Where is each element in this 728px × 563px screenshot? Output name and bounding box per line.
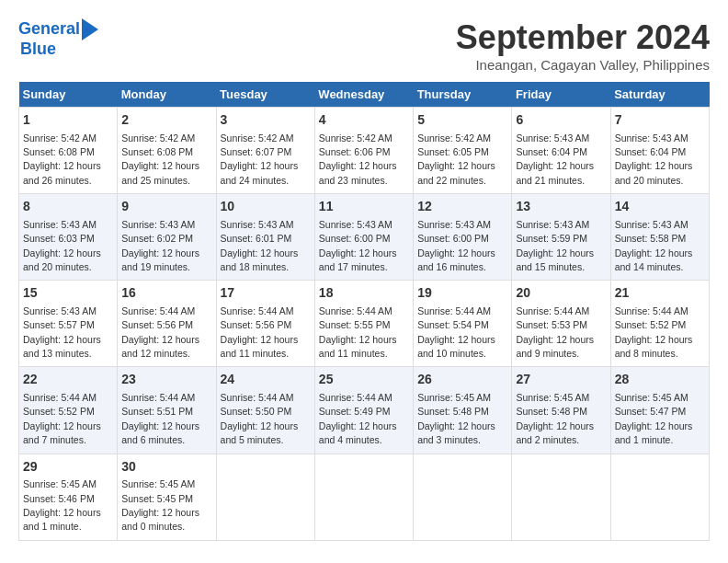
day-number: 1	[23, 111, 113, 130]
calendar-cell: 8Sunrise: 5:43 AM Sunset: 6:03 PM Daylig…	[19, 194, 118, 281]
day-info: Sunrise: 5:44 AM Sunset: 5:51 PM Dayligh…	[121, 392, 199, 445]
day-info: Sunrise: 5:45 AM Sunset: 5:47 PM Dayligh…	[615, 392, 693, 445]
calendar-cell: 9Sunrise: 5:43 AM Sunset: 6:02 PM Daylig…	[118, 194, 216, 281]
day-info: Sunrise: 5:42 AM Sunset: 6:05 PM Dayligh…	[417, 132, 495, 186]
day-number: 25	[319, 371, 409, 389]
day-number: 23	[121, 371, 211, 389]
calendar-cell: 4Sunrise: 5:42 AM Sunset: 6:06 PM Daylig…	[314, 108, 413, 194]
day-number: 17	[221, 284, 311, 303]
calendar-cell	[314, 454, 413, 540]
day-number: 24	[221, 371, 311, 389]
day-number: 10	[221, 198, 311, 216]
day-number: 27	[516, 371, 606, 389]
calendar-cell: 21Sunrise: 5:44 AM Sunset: 5:52 PM Dayli…	[610, 281, 709, 367]
day-number: 30	[121, 458, 211, 477]
calendar-cell	[414, 454, 512, 540]
day-number: 9	[121, 198, 211, 216]
day-info: Sunrise: 5:43 AM Sunset: 6:01 PM Dayligh…	[221, 219, 299, 272]
calendar-cell: 28Sunrise: 5:45 AM Sunset: 5:47 PM Dayli…	[610, 367, 709, 454]
calendar-cell: 13Sunrise: 5:43 AM Sunset: 5:59 PM Dayli…	[512, 194, 610, 281]
calendar-cell: 15Sunrise: 5:43 AM Sunset: 5:57 PM Dayli…	[19, 281, 118, 367]
calendar-cell: 6Sunrise: 5:43 AM Sunset: 6:04 PM Daylig…	[512, 108, 610, 194]
calendar-week-row: 22Sunrise: 5:44 AM Sunset: 5:52 PM Dayli…	[19, 367, 710, 454]
day-number: 12	[417, 198, 507, 216]
day-header-thursday: Thursday	[414, 82, 512, 108]
day-number: 22	[23, 371, 113, 389]
day-info: Sunrise: 5:44 AM Sunset: 5:55 PM Dayligh…	[319, 305, 397, 359]
day-number: 3	[221, 111, 311, 130]
day-number: 11	[319, 198, 409, 216]
calendar-cell: 24Sunrise: 5:44 AM Sunset: 5:50 PM Dayli…	[216, 367, 314, 454]
calendar-cell: 30Sunrise: 5:45 AM Sunset: 5:45 PM Dayli…	[118, 454, 216, 540]
location-title: Ineangan, Cagayan Valley, Philippines	[456, 57, 710, 73]
day-header-wednesday: Wednesday	[314, 82, 413, 108]
day-info: Sunrise: 5:44 AM Sunset: 5:52 PM Dayligh…	[615, 305, 693, 359]
calendar-cell: 23Sunrise: 5:44 AM Sunset: 5:51 PM Dayli…	[118, 367, 216, 454]
day-info: Sunrise: 5:43 AM Sunset: 6:00 PM Dayligh…	[319, 219, 397, 272]
day-header-monday: Monday	[118, 82, 216, 108]
day-info: Sunrise: 5:43 AM Sunset: 5:57 PM Dayligh…	[23, 305, 101, 359]
month-title: September 2024	[456, 18, 710, 57]
day-info: Sunrise: 5:42 AM Sunset: 6:08 PM Dayligh…	[23, 132, 101, 186]
calendar-cell: 19Sunrise: 5:44 AM Sunset: 5:54 PM Dayli…	[414, 281, 512, 367]
day-number: 28	[615, 371, 705, 389]
calendar-cell: 22Sunrise: 5:44 AM Sunset: 5:52 PM Dayli…	[19, 367, 118, 454]
calendar-cell: 7Sunrise: 5:43 AM Sunset: 6:04 PM Daylig…	[610, 108, 709, 194]
calendar-cell: 20Sunrise: 5:44 AM Sunset: 5:53 PM Dayli…	[512, 281, 610, 367]
day-info: Sunrise: 5:45 AM Sunset: 5:48 PM Dayligh…	[417, 392, 495, 445]
title-section: September 2024 Ineangan, Cagayan Valley,…	[456, 18, 710, 73]
day-number: 15	[23, 284, 113, 303]
calendar-cell: 10Sunrise: 5:43 AM Sunset: 6:01 PM Dayli…	[216, 194, 314, 281]
day-info: Sunrise: 5:42 AM Sunset: 6:08 PM Dayligh…	[121, 132, 199, 186]
day-number: 5	[417, 111, 507, 130]
calendar-cell: 17Sunrise: 5:44 AM Sunset: 5:56 PM Dayli…	[216, 281, 314, 367]
day-number: 18	[319, 284, 409, 303]
calendar-week-row: 29Sunrise: 5:45 AM Sunset: 5:46 PM Dayli…	[19, 454, 710, 540]
day-header-friday: Friday	[512, 82, 610, 108]
logo-text: General	[18, 20, 80, 39]
calendar-cell	[610, 454, 709, 540]
calendar-week-row: 8Sunrise: 5:43 AM Sunset: 6:03 PM Daylig…	[19, 194, 710, 281]
day-info: Sunrise: 5:44 AM Sunset: 5:56 PM Dayligh…	[221, 305, 299, 359]
day-info: Sunrise: 5:44 AM Sunset: 5:56 PM Dayligh…	[121, 305, 199, 359]
calendar-cell: 29Sunrise: 5:45 AM Sunset: 5:46 PM Dayli…	[19, 454, 118, 540]
calendar-week-row: 1Sunrise: 5:42 AM Sunset: 6:08 PM Daylig…	[19, 108, 710, 194]
day-info: Sunrise: 5:42 AM Sunset: 6:07 PM Dayligh…	[221, 132, 299, 186]
calendar-cell: 3Sunrise: 5:42 AM Sunset: 6:07 PM Daylig…	[216, 108, 314, 194]
calendar-cell: 1Sunrise: 5:42 AM Sunset: 6:08 PM Daylig…	[19, 108, 118, 194]
day-header-sunday: Sunday	[19, 82, 118, 108]
day-number: 8	[23, 198, 113, 216]
day-info: Sunrise: 5:43 AM Sunset: 6:03 PM Dayligh…	[23, 219, 101, 272]
day-info: Sunrise: 5:43 AM Sunset: 6:02 PM Dayligh…	[121, 219, 199, 272]
calendar-cell: 18Sunrise: 5:44 AM Sunset: 5:55 PM Dayli…	[314, 281, 413, 367]
day-info: Sunrise: 5:44 AM Sunset: 5:54 PM Dayligh…	[417, 305, 495, 359]
logo-text-blue: Blue	[20, 40, 56, 59]
calendar-cell: 16Sunrise: 5:44 AM Sunset: 5:56 PM Dayli…	[118, 281, 216, 367]
day-info: Sunrise: 5:44 AM Sunset: 5:49 PM Dayligh…	[319, 392, 397, 445]
day-info: Sunrise: 5:43 AM Sunset: 6:04 PM Dayligh…	[516, 132, 594, 186]
calendar-cell: 5Sunrise: 5:42 AM Sunset: 6:05 PM Daylig…	[414, 108, 512, 194]
calendar-cell	[512, 454, 610, 540]
day-number: 19	[417, 284, 507, 303]
header: General Blue September 2024 Ineangan, Ca…	[18, 18, 710, 73]
day-info: Sunrise: 5:45 AM Sunset: 5:48 PM Dayligh…	[516, 392, 594, 445]
day-number: 13	[516, 198, 606, 216]
day-number: 16	[121, 284, 211, 303]
day-number: 6	[516, 111, 606, 130]
day-info: Sunrise: 5:44 AM Sunset: 5:52 PM Dayligh…	[23, 392, 101, 445]
calendar-week-row: 15Sunrise: 5:43 AM Sunset: 5:57 PM Dayli…	[19, 281, 710, 367]
logo-arrow-icon	[82, 18, 98, 40]
day-header-tuesday: Tuesday	[216, 82, 314, 108]
day-info: Sunrise: 5:43 AM Sunset: 6:00 PM Dayligh…	[417, 219, 495, 272]
day-info: Sunrise: 5:43 AM Sunset: 6:04 PM Dayligh…	[615, 132, 693, 186]
day-number: 7	[615, 111, 705, 130]
calendar-cell: 12Sunrise: 5:43 AM Sunset: 6:00 PM Dayli…	[414, 194, 512, 281]
calendar-table: SundayMondayTuesdayWednesdayThursdayFrid…	[18, 82, 710, 541]
day-info: Sunrise: 5:43 AM Sunset: 5:59 PM Dayligh…	[516, 219, 594, 272]
calendar-cell: 2Sunrise: 5:42 AM Sunset: 6:08 PM Daylig…	[118, 108, 216, 194]
day-number: 2	[121, 111, 211, 130]
calendar-cell: 27Sunrise: 5:45 AM Sunset: 5:48 PM Dayli…	[512, 367, 610, 454]
day-info: Sunrise: 5:44 AM Sunset: 5:50 PM Dayligh…	[221, 392, 299, 445]
calendar-cell: 14Sunrise: 5:43 AM Sunset: 5:58 PM Dayli…	[610, 194, 709, 281]
calendar-cell: 25Sunrise: 5:44 AM Sunset: 5:49 PM Dayli…	[314, 367, 413, 454]
